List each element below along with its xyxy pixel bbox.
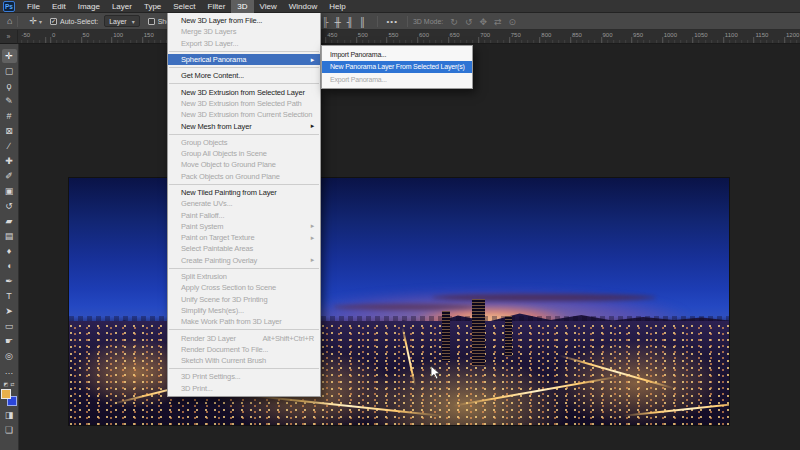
menubar-item-window[interactable]: Window xyxy=(283,0,323,13)
edit-toolbar-button[interactable]: … xyxy=(2,364,17,378)
menu-item-label: New 3D Extrusion from Current Selection xyxy=(181,110,312,119)
divider xyxy=(407,16,408,27)
blur-tool[interactable]: ♦ xyxy=(2,244,17,258)
rectangular-marquee-tool[interactable]: ▢ xyxy=(2,64,17,78)
eyedropper-tool[interactable]: ∕ xyxy=(2,139,17,153)
ruler-label: 500 xyxy=(358,32,368,38)
auto-select-target-dropdown[interactable]: Layer ▾ xyxy=(104,15,140,27)
eraser-tool[interactable]: ▰ xyxy=(2,214,17,228)
menu-item-new-3d-extrusion-from-selected-layer[interactable]: New 3D Extrusion from Selected Layer xyxy=(168,86,320,97)
menu-item-shortcut: Alt+Shift+Ctrl+R xyxy=(262,334,314,343)
ruler-label: 1000 xyxy=(664,32,677,38)
healing-brush-tool[interactable]: ✚ xyxy=(2,154,17,168)
shape-tool[interactable]: ▭ xyxy=(2,319,17,333)
menu-item-spherical-panorama[interactable]: Spherical Panorama▸ xyxy=(168,54,320,65)
menubar-item-help[interactable]: Help xyxy=(323,0,351,13)
menubar-item-3d[interactable]: 3D xyxy=(231,0,253,13)
menubar-item-file[interactable]: File xyxy=(21,0,46,13)
menubar-item-layer[interactable]: Layer xyxy=(106,0,138,13)
dodge-tool[interactable]: ◖ xyxy=(2,259,17,273)
dolly-3d-camera-icon: ⊙ xyxy=(509,17,517,27)
double-chevron-icon[interactable]: » xyxy=(7,33,11,40)
submenu-item-import-panorama[interactable]: Import Panorama... xyxy=(322,48,472,61)
submenu-spherical-panorama: Import Panorama...New Panorama Layer Fro… xyxy=(321,45,473,89)
submenu-item-export-panorama: Export Panorama... xyxy=(322,73,472,86)
menubar-item-edit[interactable]: Edit xyxy=(46,0,72,13)
align-vertical-centers-icon[interactable]: ╫ xyxy=(334,17,340,27)
move-tool-preset-icon[interactable]: ✛ xyxy=(29,13,37,30)
ruler-label: 100 xyxy=(113,32,123,38)
submenu-item-label: Import Panorama... xyxy=(330,51,386,58)
ruler-label: 1200 xyxy=(786,32,799,38)
quick-selection-tool[interactable]: ✎ xyxy=(2,94,17,108)
horizontal-ruler[interactable]: -500501001502002503003504004505005506006… xyxy=(0,30,800,44)
brush-tool[interactable]: ✐ xyxy=(2,169,17,183)
history-brush-tool[interactable]: ↺ xyxy=(2,199,17,213)
ruler-label: 450 xyxy=(327,32,337,38)
more-options-icon[interactable]: ••• xyxy=(387,17,398,26)
menu-item-label: Move Object to Ground Plane xyxy=(181,160,276,169)
menu-item-new-3d-layer-from-file[interactable]: New 3D Layer from File... xyxy=(168,15,320,26)
home-icon[interactable]: ⌂ xyxy=(7,13,12,30)
menu-item-label: Group Objects xyxy=(181,138,227,147)
color-swatches[interactable] xyxy=(1,389,17,406)
menu-item-unify-scene-for-3d-printing: Unify Scene for 3D Printing xyxy=(168,294,320,305)
move-tool[interactable]: ✛ xyxy=(2,49,17,63)
menu-item-new-3d-extrusion-from-selected-path: New 3D Extrusion from Selected Path xyxy=(168,98,320,109)
distribute-spacing-icon[interactable]: ║ xyxy=(359,17,365,27)
menu-item-new-3d-extrusion-from-current-selection: New 3D Extrusion from Current Selection xyxy=(168,109,320,120)
menu-item-label: Get More Content... xyxy=(181,71,244,80)
foreground-color-swatch[interactable] xyxy=(1,389,11,399)
menubar-item-select[interactable]: Select xyxy=(167,0,201,13)
menu-item-label: Paint Falloff... xyxy=(181,211,224,220)
menu-item-new-mesh-from-layer[interactable]: New Mesh from Layer▸ xyxy=(168,120,320,131)
menu-item-paint-system: Paint System▸ xyxy=(168,221,320,232)
screen-mode-button[interactable]: ❏ xyxy=(2,423,17,437)
hand-tool[interactable]: ☛ xyxy=(2,334,17,348)
default-colors-icon[interactable]: ◩ xyxy=(4,381,9,387)
submenu-arrow-icon: ▸ xyxy=(311,222,314,230)
menu-bar: Ps FileEditImageLayerTypeSelectFilter3DV… xyxy=(0,0,800,13)
menu-item-3d-print: 3D Print... xyxy=(168,383,320,394)
show-transform-checkbox[interactable] xyxy=(148,18,155,25)
options-bar-right-group: ╟╫╢║ ••• 3D Mode: ↻↺✥⇄⊙ xyxy=(322,13,516,30)
zoom-tool[interactable]: ◎ xyxy=(2,349,17,363)
quick-mask-button[interactable]: ◨ xyxy=(2,408,17,422)
menubar-item-view[interactable]: View xyxy=(254,0,283,13)
menu-item-label: 3D Print... xyxy=(181,384,213,393)
menu-item-label: New 3D Extrusion from Selected Path xyxy=(181,99,302,108)
pen-tool[interactable]: ✒ xyxy=(2,274,17,288)
menu-item-get-more-content[interactable]: Get More Content... xyxy=(168,70,320,81)
auto-select-label: Auto-Select: xyxy=(60,18,98,25)
menu-item-apply-cross-section-to-scene: Apply Cross Section to Scene xyxy=(168,282,320,293)
menu-item-new-tiled-painting-from-layer[interactable]: New Tiled Painting from Layer xyxy=(168,187,320,198)
clone-stamp-tool[interactable]: ▣ xyxy=(2,184,17,198)
menu-item-paint-falloff: Paint Falloff... xyxy=(168,209,320,220)
menubar-item-type[interactable]: Type xyxy=(138,0,167,13)
swap-colors-icon[interactable]: ⇄ xyxy=(10,381,14,387)
menu-item-simplify-mesh-es: Simplify Mesh(es)... xyxy=(168,305,320,316)
chevron-down-icon[interactable]: ▾ xyxy=(39,18,42,25)
submenu-arrow-icon: ▸ xyxy=(311,234,314,242)
path-selection-tool[interactable]: ➤ xyxy=(2,304,17,318)
options-bar: ⌂ ✛ ▾ ✓ Auto-Select: Layer ▾ Show Transf… xyxy=(0,13,800,30)
type-tool[interactable]: T xyxy=(2,289,17,303)
divider xyxy=(17,16,18,27)
default-and-swap-colors[interactable]: ◩⇄ xyxy=(4,381,15,387)
align-right-edges-icon[interactable]: ╢ xyxy=(347,17,353,27)
submenu-item-label: New Panorama Layer From Selected Layer(s… xyxy=(330,63,465,70)
lasso-tool[interactable]: ϙ xyxy=(2,79,17,93)
menu-item-paint-on-target-texture: Paint on Target Texture▸ xyxy=(168,232,320,243)
submenu-item-new-panorama-layer-from-selected-layer-s[interactable]: New Panorama Layer From Selected Layer(s… xyxy=(322,61,472,74)
frame-tool[interactable]: ⊠ xyxy=(2,124,17,138)
align-left-edges-icon[interactable]: ╟ xyxy=(322,17,328,27)
menubar-item-filter[interactable]: Filter xyxy=(202,0,232,13)
crop-tool[interactable]: # xyxy=(2,109,17,123)
menu-item-label: Render 3D Layer xyxy=(181,334,236,343)
gradient-tool[interactable]: ▤ xyxy=(2,229,17,243)
menubar-item-image[interactable]: Image xyxy=(72,0,106,13)
auto-select-checkbox[interactable]: ✓ xyxy=(50,18,57,25)
menu-item-merge-3d-layers: Merge 3D Layers xyxy=(168,26,320,37)
ruler-label: 800 xyxy=(541,32,551,38)
submenu-arrow-icon: ▸ xyxy=(311,122,314,130)
